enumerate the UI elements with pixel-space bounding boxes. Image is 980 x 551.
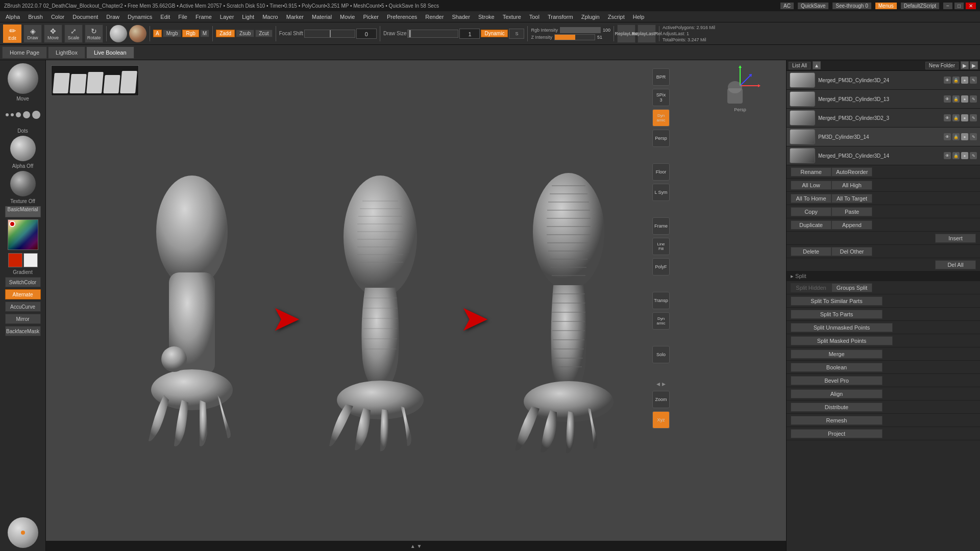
subtool-item-1[interactable]: Merged_PM3D_Cylinder3D_24 👁 🔒 ● ✎ — [787, 71, 980, 90]
menus-btn[interactable]: Menus — [875, 3, 897, 9]
zoom-btn[interactable]: Zoom — [652, 391, 670, 408]
menu-texture[interactable]: Texture — [499, 13, 525, 21]
quicksave-btn[interactable]: QuickSave — [798, 3, 828, 9]
brush-sphere[interactable] — [8, 63, 38, 94]
rotate-btn[interactable]: ↻ Rotate — [85, 24, 103, 43]
edit-btn[interactable]: ✏ Edit — [3, 24, 21, 43]
spix-btn[interactable]: SPix3 — [652, 89, 670, 106]
split-hidden-btn[interactable]: Split Hidden — [791, 283, 831, 292]
menu-transform[interactable]: Transform — [544, 13, 577, 21]
menu-material[interactable]: Material — [308, 13, 335, 21]
menu-preferences[interactable]: Preferences — [383, 13, 421, 21]
del-all-btn[interactable]: Del All — [935, 260, 976, 269]
all-to-target-btn[interactable]: All To Target — [831, 194, 872, 203]
new-folder-arrow2[interactable]: ▶ — [970, 61, 978, 69]
menu-shader[interactable]: Shader — [448, 13, 473, 21]
menu-marker[interactable]: Marker — [283, 13, 307, 21]
close-btn[interactable]: ✕ — [966, 3, 976, 9]
backface-mask-btn[interactable]: BackfaceMask — [5, 326, 41, 336]
distribute-btn[interactable]: Distribute — [791, 403, 883, 412]
live-boolean-tab[interactable]: Live Boolean — [86, 46, 134, 59]
new-folder-btn[interactable]: New Folder — [925, 62, 959, 69]
subtool-item-3[interactable]: Merged_PM3D_Cylinder3D2_3 👁 🔒 ● ✎ — [787, 109, 980, 128]
focal-slider[interactable] — [304, 30, 355, 38]
background-color[interactable] — [23, 253, 38, 267]
new-folder-arrow[interactable]: ▶ — [961, 61, 969, 69]
minimize-btn[interactable]: − — [943, 3, 952, 9]
linefill-btn[interactable]: LineFill — [652, 238, 670, 255]
split-masked-btn[interactable]: Split Masked Points — [791, 336, 893, 345]
sti-lock-4[interactable]: 🔒 — [952, 133, 960, 140]
split-unmasked-btn[interactable]: Split Unmasked Points — [791, 323, 893, 332]
sti-edit-4[interactable]: ✎ — [970, 133, 977, 140]
all-to-home-btn[interactable]: All To Home — [791, 194, 831, 203]
del-other-btn[interactable]: Del Other — [831, 247, 872, 256]
copy-btn[interactable]: Copy — [791, 207, 831, 216]
orientation-cube[interactable] — [720, 65, 761, 106]
menu-render[interactable]: Render — [422, 13, 447, 21]
sti-col-4[interactable]: ● — [961, 133, 968, 140]
sti-col-2[interactable]: ● — [961, 95, 968, 103]
menu-alpha[interactable]: Alpha — [2, 13, 23, 21]
sti-lock-2[interactable]: 🔒 — [952, 95, 960, 103]
material-btn[interactable]: BasicMaterial — [5, 206, 41, 217]
transp-btn[interactable]: Transp — [652, 292, 670, 309]
remesh-btn[interactable]: Remesh — [791, 416, 883, 425]
all-low-btn[interactable]: All Low — [791, 181, 831, 190]
replay-last-rel-btn[interactable]: ReplayLastRel — [638, 24, 656, 43]
sti-col-5[interactable]: ● — [961, 152, 968, 159]
boolean-btn[interactable]: Boolean — [791, 363, 883, 372]
home-tab[interactable]: Home Page — [2, 46, 47, 59]
floor-btn[interactable]: Floor — [652, 163, 670, 181]
dynamic2-btn[interactable]: Dynamic — [652, 312, 670, 330]
rgb-intensity-slider[interactable] — [560, 27, 601, 33]
subtool-item-4[interactable]: PM3D_Cylinder3D_14 👁 🔒 ● ✎ — [787, 128, 980, 146]
alpha-sphere[interactable] — [10, 136, 36, 161]
brush-preview[interactable] — [51, 65, 139, 96]
solo-btn[interactable]: Solo — [652, 346, 670, 363]
sti-col-1[interactable]: ● — [961, 77, 968, 84]
menu-zplugin[interactable]: Zplugin — [578, 13, 603, 21]
list-all-arrow[interactable]: ▲ — [813, 61, 821, 69]
sti-edit-1[interactable]: ✎ — [970, 77, 977, 84]
menu-file[interactable]: File — [175, 13, 191, 21]
sti-eye-3[interactable]: 👁 — [944, 114, 951, 121]
mirror-btn[interactable]: Mirror — [5, 314, 41, 324]
menu-tool[interactable]: Tool — [526, 13, 543, 21]
color-sphere[interactable] — [129, 25, 146, 42]
ac-btn[interactable]: AC — [780, 3, 794, 9]
append-btn[interactable]: Append — [831, 220, 872, 230]
foreground-color[interactable] — [8, 253, 22, 267]
a-btn[interactable]: A — [153, 30, 162, 37]
bevel-pro-btn[interactable]: Bevel Pro — [791, 376, 883, 385]
subtool-item-2[interactable]: Merged_PM3D_Cylinder3D_13 👁 🔒 ● ✎ — [787, 90, 980, 109]
z-intensity-slider[interactable] — [554, 34, 595, 40]
split-parts-btn[interactable]: Split To Parts — [791, 310, 883, 319]
menu-layer[interactable]: Layer — [216, 13, 238, 21]
script-btn[interactable]: DefaultZScript — [901, 3, 939, 9]
menu-dynamics[interactable]: Dynamics — [124, 13, 156, 21]
color-picker[interactable] — [8, 219, 38, 250]
material-sphere[interactable] — [110, 25, 127, 42]
dynamic-canvas-btn[interactable]: Dynamic — [652, 109, 670, 127]
dynamic-btn[interactable]: Dynamic — [481, 30, 508, 37]
sti-eye-2[interactable]: 👁 — [944, 95, 951, 103]
sti-lock-1[interactable]: 🔒 — [952, 77, 960, 84]
xyz-btn[interactable]: Xyz — [652, 411, 670, 429]
scale-btn[interactable]: ⤢ Scale — [64, 24, 83, 43]
switch-color-btn[interactable]: SwitchColor — [5, 277, 41, 287]
polyf-btn[interactable]: PolyF — [652, 258, 670, 276]
rgb-btn[interactable]: Rgb — [182, 30, 199, 37]
canvas-area[interactable]: ➤ — [46, 60, 786, 551]
nav-left[interactable]: ◂ — [656, 380, 660, 388]
m-btn[interactable]: M — [200, 30, 209, 37]
sti-col-3[interactable]: ● — [961, 114, 968, 121]
frame-btn[interactable]: Frame — [652, 217, 670, 235]
merge-btn[interactable]: Merge — [791, 349, 883, 359]
subtool-item-5[interactable]: Merged_PM3D_Cylinder3D_14 👁 🔒 ● ✎ — [787, 146, 980, 165]
groups-split-btn[interactable]: Groups Split — [831, 283, 872, 292]
lsym-btn[interactable]: L Sym — [652, 184, 670, 201]
draw-btn[interactable]: ◈ Draw — [23, 24, 42, 43]
delete-btn[interactable]: Delete — [791, 247, 831, 256]
zadd-btn[interactable]: Zadd — [216, 30, 235, 37]
